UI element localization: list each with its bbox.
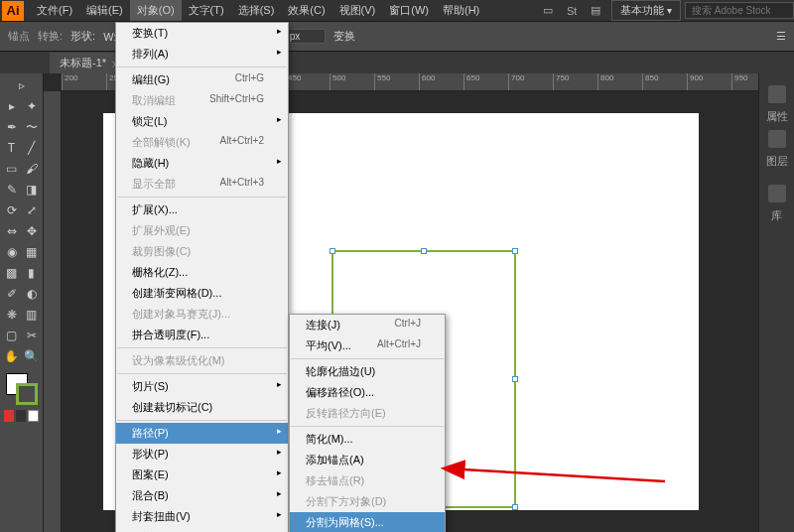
selection-tool[interactable]: ▹	[2, 75, 41, 95]
blend-tool[interactable]: ◐	[22, 284, 41, 304]
menu-item[interactable]: 添加锚点(A)	[290, 450, 445, 470]
search-input[interactable]	[685, 2, 794, 19]
gradient-swatch[interactable]	[16, 410, 26, 422]
menu-文字T[interactable]: 文字(T)	[182, 0, 231, 21]
menu-帮助H[interactable]: 帮助(H)	[436, 0, 486, 21]
direct-select-tool[interactable]: ▸	[2, 96, 21, 116]
eyedropper-tool[interactable]: ✐	[2, 284, 21, 304]
mesh-tool[interactable]: ▩	[2, 263, 21, 283]
app-logo: Ai	[2, 1, 24, 21]
ruler-vertical	[44, 91, 62, 532]
none-swatch[interactable]	[28, 410, 39, 422]
menu-效果C[interactable]: 效果(C)	[281, 0, 331, 21]
menu-item[interactable]: 扩展(X)...	[116, 200, 288, 220]
shape-builder-tool[interactable]: ◉	[2, 242, 21, 262]
properties-icon[interactable]	[768, 85, 786, 103]
graph-tool[interactable]: ▥	[22, 305, 41, 325]
fill-stroke-swatch[interactable]	[2, 371, 41, 407]
color-swatch[interactable]	[4, 410, 14, 422]
menu-item[interactable]: 轮廓化描边(U)	[290, 361, 445, 382]
menu-item[interactable]: 偏移路径(O)...	[290, 382, 445, 403]
menu-item: 取消编组Shift+Ctrl+G	[116, 90, 288, 111]
st-icon[interactable]: St	[562, 3, 582, 19]
menu-item: 分割下方对象(D)	[290, 491, 445, 512]
menubar: Ai 文件(F)编辑(E)对象(O)文字(T)选择(S)效果(C)视图(V)窗口…	[0, 0, 794, 22]
menu-编辑E[interactable]: 编辑(E)	[79, 0, 130, 21]
layers-icon[interactable]	[768, 130, 786, 148]
menu-item[interactable]: 变换(T)	[116, 23, 288, 44]
menu-item[interactable]: 锁定(L)	[116, 111, 288, 132]
menu-item[interactable]: 创建裁切标记(C)	[116, 397, 288, 418]
menu-item[interactable]: 编组(G)Ctrl+G	[116, 69, 288, 90]
panel-label: 属性	[766, 109, 788, 124]
pen-tool[interactable]: ✒	[2, 117, 21, 137]
menu-item: 创建对象马赛克(J)...	[116, 304, 288, 325]
menu-item[interactable]: 形状(P)	[116, 444, 288, 465]
menu-item: 扩展外观(E)	[116, 220, 288, 241]
width-tool[interactable]: ⇔	[2, 221, 21, 241]
shaper-tool[interactable]: ✎	[2, 180, 21, 200]
menu-item[interactable]: 分割为网格(S)...	[290, 512, 445, 532]
transform-label[interactable]: 变换	[333, 29, 355, 44]
scale-tool[interactable]: ⤢	[22, 200, 41, 220]
eraser-tool[interactable]: ◨	[22, 180, 41, 200]
menu-item: 移去锚点(R)	[290, 470, 445, 491]
menu-item[interactable]: 路径(P)	[116, 423, 288, 444]
gradient-tool[interactable]: ▮	[22, 263, 41, 283]
menu-item[interactable]: 简化(M)...	[290, 429, 445, 450]
panel-dock: 属性 图层 库	[758, 73, 794, 532]
artboard-tool[interactable]: ▢	[2, 326, 21, 345]
magic-wand-tool[interactable]: ✦	[22, 96, 41, 116]
path-submenu-dropdown: 连接(J)Ctrl+J平均(V)...Alt+Ctrl+J轮廓化描边(U)偏移路…	[289, 314, 446, 532]
doc-icon[interactable]: ▤	[586, 3, 605, 19]
menu-item: 裁剪图像(C)	[116, 241, 288, 262]
perspective-tool[interactable]: ▦	[22, 242, 41, 262]
resize-handle[interactable]	[512, 376, 518, 382]
brush-tool[interactable]: 🖌	[22, 159, 41, 179]
menu-选择S[interactable]: 选择(S)	[231, 0, 282, 21]
anchor-label: 锚点	[8, 29, 30, 44]
toolbar: ▹ ▸✦ ✒〜 T╱ ▭🖌 ✎◨ ⟳⤢ ⇔✥ ◉▦ ▩▮ ✐◐ ❋▥ ▢✂ ✋🔍	[0, 73, 44, 532]
curvature-tool[interactable]: 〜	[22, 117, 41, 137]
panel-toggle-icon[interactable]: ☰	[776, 30, 786, 43]
menu-item[interactable]: 隐藏(H)	[116, 153, 288, 174]
menu-item[interactable]: 透视(P)	[116, 527, 288, 532]
resize-handle[interactable]	[330, 248, 335, 254]
menu-文件F[interactable]: 文件(F)	[30, 0, 79, 21]
workspace-switcher[interactable]: 基本功能 ▾	[611, 0, 681, 21]
menu-item[interactable]: 栅格化(Z)...	[116, 262, 288, 283]
convert-label: 转换:	[38, 29, 63, 44]
menu-item[interactable]: 连接(J)Ctrl+J	[290, 315, 445, 335]
menu-item: 全部解锁(K)Alt+Ctrl+2	[116, 132, 288, 153]
menu-item: 显示全部Alt+Ctrl+3	[116, 174, 288, 195]
menu-item[interactable]: 切片(S)	[116, 376, 288, 397]
layout-icon[interactable]: ▭	[538, 3, 558, 19]
symbol-tool[interactable]: ❋	[2, 305, 21, 325]
resize-handle[interactable]	[512, 504, 518, 510]
stroke-swatch[interactable]	[16, 383, 38, 405]
menu-item[interactable]: 拼合透明度(F)...	[116, 325, 288, 345]
menu-item[interactable]: 混合(B)	[116, 485, 288, 506]
menu-item[interactable]: 封套扭曲(V)	[116, 506, 288, 527]
resize-handle[interactable]	[421, 248, 427, 254]
slice-tool[interactable]: ✂	[22, 326, 41, 345]
free-transform-tool[interactable]: ✥	[22, 221, 41, 241]
type-tool[interactable]: T	[2, 138, 21, 158]
libraries-icon[interactable]	[768, 185, 786, 202]
menu-item[interactable]: 创建渐变网格(D)...	[116, 283, 288, 304]
menu-窗口W[interactable]: 窗口(W)	[382, 0, 436, 21]
zoom-tool[interactable]: 🔍	[22, 346, 41, 366]
menu-视图V[interactable]: 视图(V)	[332, 0, 383, 21]
menu-item[interactable]: 排列(A)	[116, 44, 288, 65]
annotation-arrow	[457, 462, 675, 503]
line-tool[interactable]: ╱	[22, 138, 41, 158]
resize-handle[interactable]	[512, 248, 518, 254]
rotate-tool[interactable]: ⟳	[2, 200, 21, 220]
menu-item[interactable]: 图案(E)	[116, 465, 288, 485]
shape-label: 形状:	[70, 29, 95, 44]
menu-对象O[interactable]: 对象(O)	[130, 0, 182, 21]
menu-item[interactable]: 平均(V)...Alt+Ctrl+J	[290, 335, 445, 356]
rect-tool[interactable]: ▭	[2, 159, 21, 179]
panel-label: 图层	[766, 154, 788, 169]
hand-tool[interactable]: ✋	[2, 346, 21, 366]
